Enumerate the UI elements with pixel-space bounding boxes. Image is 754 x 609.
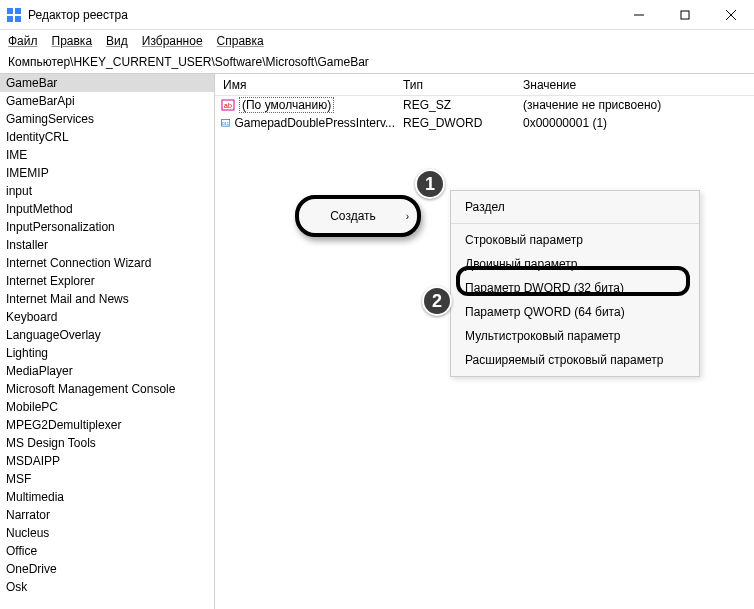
svg-rect-5 — [681, 11, 689, 19]
context-item-label: Параметр QWORD (64 бита) — [465, 305, 625, 319]
context-item[interactable]: Раздел — [451, 195, 699, 219]
annotation-badge-1: 1 — [415, 169, 445, 199]
address-bar[interactable]: Компьютер\HKEY_CURRENT_USER\Software\Mic… — [0, 52, 754, 74]
tree-item[interactable]: MobilePC — [0, 398, 214, 416]
tree-view[interactable]: GameBarGameBarApiGamingServicesIdentityC… — [0, 74, 215, 609]
value-type: REG_SZ — [395, 98, 515, 112]
svg-text:011: 011 — [222, 120, 230, 125]
minimize-button[interactable] — [616, 0, 662, 29]
tree-item[interactable]: OneDrive — [0, 560, 214, 578]
binary-value-icon: 011 — [221, 116, 230, 130]
tree-item[interactable]: MPEG2Demultiplexer — [0, 416, 214, 434]
value-data: (значение не присвоено) — [515, 98, 754, 112]
context-item-label: Расширяемый строковый параметр — [465, 353, 663, 367]
tree-item[interactable]: MS Design Tools — [0, 434, 214, 452]
svg-text:ab: ab — [224, 102, 232, 109]
context-item-create[interactable]: Создать › — [299, 205, 417, 227]
context-menu-create[interactable]: Создать › — [295, 195, 421, 237]
menu-view[interactable]: Вид — [106, 34, 128, 48]
tree-item[interactable]: IMEMIP — [0, 164, 214, 182]
tree-item[interactable]: GameBarApi — [0, 92, 214, 110]
string-value-icon: ab — [221, 98, 235, 112]
tree-item[interactable]: input — [0, 182, 214, 200]
tree-item[interactable]: InputPersonalization — [0, 218, 214, 236]
context-separator — [451, 223, 699, 224]
value-name: (По умолчанию) — [239, 97, 334, 113]
tree-item[interactable]: Lighting — [0, 344, 214, 362]
context-item-label: Двоичный параметр — [465, 257, 578, 271]
col-header-value[interactable]: Значение — [515, 78, 754, 92]
context-item-label: Создать — [330, 209, 376, 223]
tree-item[interactable]: Keyboard — [0, 308, 214, 326]
context-item-label: Строковый параметр — [465, 233, 583, 247]
tree-item[interactable]: Multimedia — [0, 488, 214, 506]
app-icon — [6, 7, 22, 23]
title-bar: Редактор реестра — [0, 0, 754, 30]
tree-item[interactable]: Osk — [0, 578, 214, 596]
list-row[interactable]: ab(По умолчанию)REG_SZ(значение не присв… — [215, 96, 754, 114]
menu-help[interactable]: Справка — [217, 34, 264, 48]
window-controls — [616, 0, 754, 29]
context-item[interactable]: Мультистроковый параметр — [451, 324, 699, 348]
tree-item[interactable]: MSDAIPP — [0, 452, 214, 470]
tree-item[interactable]: Nucleus — [0, 524, 214, 542]
tree-item[interactable]: MediaPlayer — [0, 362, 214, 380]
menu-favorites[interactable]: Избранное — [142, 34, 203, 48]
context-item-label: Параметр DWORD (32 бита) — [465, 281, 624, 295]
tree-item[interactable]: Installer — [0, 236, 214, 254]
svg-rect-2 — [7, 16, 13, 22]
context-item[interactable]: Расширяемый строковый параметр — [451, 348, 699, 372]
chevron-right-icon: › — [406, 211, 409, 222]
tree-item[interactable]: Internet Explorer — [0, 272, 214, 290]
address-text: Компьютер\HKEY_CURRENT_USER\Software\Mic… — [8, 55, 369, 69]
context-item[interactable]: Строковый параметр — [451, 228, 699, 252]
context-item-label: Раздел — [465, 200, 505, 214]
context-item-label: Мультистроковый параметр — [465, 329, 621, 343]
svg-rect-0 — [7, 8, 13, 14]
value-name: GamepadDoublePressInterv... — [234, 116, 395, 130]
tree-item[interactable]: GameBar — [0, 74, 214, 92]
value-data: 0x00000001 (1) — [515, 116, 754, 130]
col-header-name[interactable]: Имя — [215, 78, 395, 92]
tree-item[interactable]: Microsoft Management Console — [0, 380, 214, 398]
tree-item[interactable]: IME — [0, 146, 214, 164]
context-item[interactable]: Параметр QWORD (64 бита) — [451, 300, 699, 324]
menu-file[interactable]: Файл — [8, 34, 38, 48]
tree-item[interactable]: LanguageOverlay — [0, 326, 214, 344]
context-item[interactable]: Параметр DWORD (32 бита) — [451, 276, 699, 300]
tree-item[interactable]: Office — [0, 542, 214, 560]
tree-item[interactable]: Internet Connection Wizard — [0, 254, 214, 272]
close-button[interactable] — [708, 0, 754, 29]
svg-rect-1 — [15, 8, 21, 14]
tree-item[interactable]: InputMethod — [0, 200, 214, 218]
menu-bar: Файл Правка Вид Избранное Справка — [0, 30, 754, 52]
col-header-type[interactable]: Тип — [395, 78, 515, 92]
tree-item[interactable]: MSF — [0, 470, 214, 488]
context-item[interactable]: Двоичный параметр — [451, 252, 699, 276]
list-header: Имя Тип Значение — [215, 74, 754, 96]
tree-item[interactable]: Internet Mail and News — [0, 290, 214, 308]
svg-rect-3 — [15, 16, 21, 22]
tree-item[interactable]: GamingServices — [0, 110, 214, 128]
context-submenu-new[interactable]: РазделСтроковый параметрДвоичный парамет… — [450, 190, 700, 377]
window-title: Редактор реестра — [28, 8, 616, 22]
tree-item[interactable]: Narrator — [0, 506, 214, 524]
annotation-badge-2: 2 — [422, 286, 452, 316]
value-type: REG_DWORD — [395, 116, 515, 130]
maximize-button[interactable] — [662, 0, 708, 29]
tree-item[interactable]: IdentityCRL — [0, 128, 214, 146]
menu-edit[interactable]: Правка — [52, 34, 93, 48]
list-row[interactable]: 011GamepadDoublePressInterv...REG_DWORD0… — [215, 114, 754, 132]
